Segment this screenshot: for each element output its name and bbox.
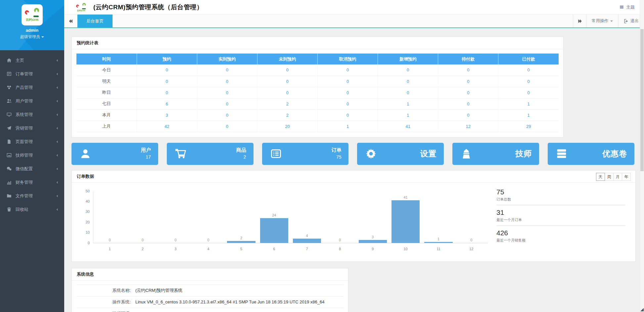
stat-value-link[interactable]: 0 [166, 79, 168, 84]
range-button-月[interactable]: 月 [613, 173, 622, 181]
tabs-scroll-right-button[interactable] [573, 15, 586, 27]
caret-down-icon [41, 36, 44, 38]
product-icon [7, 85, 12, 90]
bar-value-label: 0 [93, 238, 126, 242]
sidebar-item-label: 用户管理 [16, 98, 56, 104]
sidebar-item-finance[interactable]: 财务管理 [0, 176, 64, 189]
chevron-left-icon [56, 113, 59, 117]
tabs-scroll-left-button[interactable] [64, 15, 77, 27]
sidebar-item-label: 微信配置 [16, 166, 56, 172]
stat-value-link[interactable]: 0 [346, 90, 349, 95]
quick-button-订单[interactable]: 订单75 [262, 143, 349, 165]
stat-value-link[interactable]: 0 [407, 67, 409, 72]
page-scrollbar[interactable] [640, 0, 644, 312]
stat-value-link[interactable]: 0 [467, 113, 469, 118]
list-alt-icon [271, 148, 281, 159]
stat-value-link[interactable]: 0 [528, 90, 530, 95]
range-button-年[interactable]: 年 [622, 173, 631, 181]
stat-value-link[interactable]: 0 [346, 101, 349, 106]
stat-value-link[interactable]: 1 [346, 124, 349, 129]
stat-value-link[interactable]: 0 [226, 67, 228, 72]
sidebar-item-wechat[interactable]: 微信配置 [0, 162, 64, 176]
stat-value-link[interactable]: 3 [166, 113, 168, 118]
sidebar-item-label: 页面管理 [16, 139, 56, 145]
sidebar-item-users[interactable]: 用户管理 [0, 94, 64, 108]
sidebar-item-products[interactable]: 产品管理 [0, 81, 64, 94]
stat-value-link[interactable]: 0 [226, 124, 228, 129]
stat-value-link[interactable]: 0 [226, 79, 228, 84]
quick-button-用户[interactable]: 用户17 [71, 143, 158, 165]
stat-value-link[interactable]: 0 [226, 113, 228, 118]
sidebar-menu: 主页订单管理产品管理用户管理系统管理营销管理页面管理技师管理微信配置财务管理文件… [0, 50, 64, 216]
stat-value-link[interactable]: 0 [166, 67, 168, 72]
stat-value-link[interactable]: 0 [407, 90, 409, 95]
stat-value-link[interactable]: 0 [346, 67, 349, 72]
chevron-left-icon [56, 99, 59, 103]
stat-value-link[interactable]: 0 [467, 79, 469, 84]
range-button-天[interactable]: 天 [596, 173, 605, 181]
theme-button[interactable]: 主题 [619, 4, 635, 10]
system-info-label: 运行环境: [76, 311, 135, 312]
quick-button-设置[interactable]: 设置 [357, 143, 444, 165]
user-role-dropdown[interactable]: 超级管理员 [0, 34, 64, 40]
common-operations-dropdown[interactable]: 常用操作 [586, 15, 618, 27]
scrollbar-thumb[interactable] [640, 29, 644, 171]
stat-value-link[interactable]: 0 [226, 101, 228, 106]
sidebar-item-orders[interactable]: 订单管理 [0, 67, 64, 81]
summary-value: 426 [496, 229, 625, 237]
stat-value-link[interactable]: 0 [346, 79, 349, 84]
sidebar-item-home[interactable]: 主页 [0, 54, 64, 67]
stat-value-link[interactable]: 2 [286, 101, 289, 106]
stat-cell: 0 [318, 109, 378, 121]
stat-value-link[interactable]: 0 [346, 113, 349, 118]
stat-value-link[interactable]: 42 [164, 124, 169, 129]
stat-value-link[interactable]: 1 [528, 113, 530, 118]
system-info-row: 操作系统:Linux VM_0_6_centos 3.10.0-957.21.3… [76, 296, 344, 308]
sidebar-item-label: 文件管理 [16, 193, 56, 199]
quick-button-技师[interactable]: 技师 [452, 143, 539, 165]
stat-value-link[interactable]: 0 [286, 90, 289, 95]
sidebar-item-pages[interactable]: 页面管理 [0, 135, 64, 148]
stat-cell: 29 [498, 121, 559, 132]
sidebar-item-files[interactable]: 文件管理 [0, 189, 64, 203]
chevron-left-icon [56, 194, 59, 198]
sidebar-item-marketing[interactable]: 营销管理 [0, 121, 64, 135]
quick-button-商品[interactable]: 商品2 [167, 143, 253, 165]
tab-backend-home[interactable]: 后台首页 [77, 15, 113, 27]
range-button-周[interactable]: 周 [605, 173, 614, 181]
stat-value-link[interactable]: 0 [467, 101, 469, 106]
stat-value-link[interactable]: 0 [528, 67, 530, 72]
stat-cell: 0 [378, 87, 438, 98]
stat-value-link[interactable]: 1 [407, 113, 409, 118]
tab-label: 后台首页 [86, 18, 104, 24]
stat-value-link[interactable]: 2 [286, 113, 289, 118]
profile-panel: 云约crm admin 超级管理员 [0, 0, 64, 50]
stat-value-link[interactable]: 1 [407, 101, 409, 106]
stat-value-link[interactable]: 0 [407, 79, 409, 84]
stat-value-link[interactable]: 12 [466, 124, 471, 129]
stat-value-link[interactable]: 1 [528, 101, 530, 106]
stat-value-link[interactable]: 0 [467, 90, 469, 95]
stat-cell: 1 [498, 98, 559, 109]
bar-value-label: 4 [291, 234, 323, 238]
stat-value-link[interactable]: 0 [166, 90, 168, 95]
stat-value-link[interactable]: 0 [226, 90, 228, 95]
y-axis-tick-label: 40 [79, 199, 90, 203]
stat-value-link[interactable]: 29 [526, 124, 531, 129]
gear-icon [366, 148, 376, 159]
sidebar-item-recycle[interactable]: 回收站 [0, 203, 64, 216]
quick-button-优惠卷[interactable]: 优惠卷 [548, 143, 634, 165]
stat-value-link[interactable]: 41 [405, 124, 410, 129]
bar-value-label: 0 [192, 238, 225, 242]
x-axis-tick-label: 10 [389, 247, 422, 251]
y-axis-tick-label: 10 [79, 230, 90, 234]
stat-value-link[interactable]: 20 [285, 124, 290, 129]
stat-value-link[interactable]: 0 [286, 67, 289, 72]
chart-bar [359, 240, 387, 243]
sidebar-item-system[interactable]: 系统管理 [0, 108, 64, 121]
stat-value-link[interactable]: 0 [528, 79, 530, 84]
sidebar-item-technicians[interactable]: 技师管理 [0, 148, 64, 162]
stat-value-link[interactable]: 0 [467, 67, 469, 72]
stat-value-link[interactable]: 0 [286, 79, 289, 84]
stat-value-link[interactable]: 6 [166, 101, 168, 106]
